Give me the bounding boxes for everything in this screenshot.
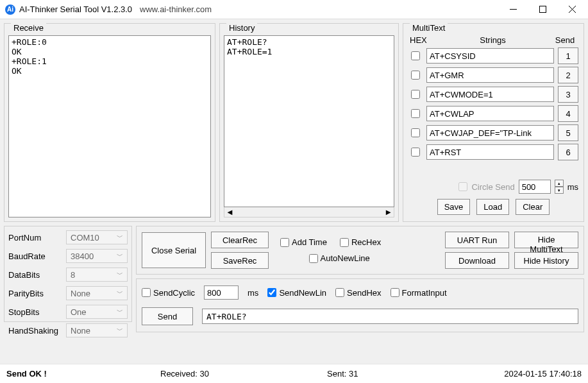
status-sent: Sent: 31 — [327, 369, 504, 379]
minimize-button[interactable] — [498, 0, 528, 19]
multitext-group: MultiText HEX Strings Send 123456 Circle… — [403, 23, 584, 222]
status-time: 2024-01-15 17:40:18 — [504, 369, 582, 379]
title-bar: Ai AI-Thinker Serial Tool V1.2.3.0 www.a… — [0, 0, 588, 19]
history-textarea[interactable]: AT+ROLE? AT+ROLE=1 — [224, 35, 394, 207]
multitext-row: 3 — [407, 85, 580, 104]
multitext-legend: MultiText — [410, 23, 448, 33]
multitext-string-input[interactable] — [426, 67, 554, 83]
svg-rect-0 — [539, 6, 546, 13]
close-serial-button[interactable]: Close Serial — [142, 232, 206, 268]
multitext-send-button[interactable]: 3 — [558, 86, 578, 103]
auto-newline-checkbox[interactable] — [309, 254, 318, 263]
multitext-string-input[interactable] — [426, 48, 554, 64]
uart-run-button[interactable]: UART Run — [445, 232, 509, 248]
circle-send-value[interactable] — [519, 180, 551, 194]
multitext-send-button[interactable]: 6 — [558, 144, 578, 160]
history-legend: History — [226, 23, 257, 33]
multitext-string-input[interactable] — [426, 87, 554, 102]
multitext-send-button[interactable]: 1 — [558, 47, 578, 64]
status-bar: Send OK ! Received: 30 Sent: 31 2024-01-… — [0, 364, 588, 383]
window-title: AI-Thinker Serial Tool V1.2.3.0 — [19, 4, 132, 14]
hide-history-button[interactable]: Hide History — [514, 252, 578, 269]
send-newline-checkbox[interactable] — [267, 288, 276, 297]
send-button[interactable]: Send — [142, 307, 193, 325]
multitext-row: 1 — [407, 46, 580, 65]
multitext-hex-checkbox[interactable] — [411, 71, 420, 80]
format-input-checkbox[interactable] — [391, 288, 399, 297]
multitext-hex-checkbox[interactable] — [411, 90, 420, 99]
circle-send-spinner[interactable]: ▲▼ — [555, 180, 564, 194]
multitext-hex-checkbox[interactable] — [411, 109, 420, 118]
multitext-send-button[interactable]: 2 — [558, 67, 578, 83]
send-cyclic-checkbox[interactable] — [142, 288, 151, 297]
add-time-checkbox[interactable] — [280, 238, 289, 247]
status-received: Received: 30 — [160, 369, 327, 379]
circle-send-checkbox[interactable] — [458, 182, 467, 191]
multitext-clear-button[interactable]: Clear — [516, 199, 550, 215]
baudrate-combo[interactable]: 38400﹀ — [66, 249, 128, 263]
circle-send-unit: ms — [567, 182, 578, 192]
status-ok: Send OK ! — [6, 369, 160, 379]
maximize-button[interactable] — [528, 0, 557, 19]
history-group: History AT+ROLE? AT+ROLE=1 ◄► — [219, 23, 399, 222]
portnum-combo[interactable]: COM10﹀ — [66, 230, 128, 244]
clear-rec-button[interactable]: ClearRec — [211, 232, 269, 248]
multitext-string-input[interactable] — [426, 144, 554, 160]
handshaking-combo[interactable]: None﹀ — [66, 323, 128, 337]
send-panel: SendCyclic ms SendNewLin SendHex FormatI… — [136, 278, 584, 332]
close-button[interactable] — [557, 0, 587, 19]
action-panel: Close Serial ClearRec SaveRec Add Time R… — [136, 226, 584, 275]
rec-hex-checkbox[interactable] — [340, 238, 349, 247]
save-rec-button[interactable]: SaveRec — [211, 252, 269, 269]
download-button[interactable]: Download — [445, 252, 509, 269]
receive-group: Receive +ROLE:0 OK +ROLE:1 OK — [4, 23, 215, 222]
multitext-send-button[interactable]: 4 — [558, 105, 578, 122]
multitext-row: 5 — [407, 123, 580, 142]
receive-legend: Receive — [11, 23, 46, 33]
multitext-row: 4 — [407, 104, 580, 123]
history-hscroll[interactable]: ◄► — [224, 207, 394, 217]
multitext-load-button[interactable]: Load — [476, 199, 509, 215]
multitext-hex-checkbox[interactable] — [411, 51, 420, 60]
hide-multitext-button[interactable]: Hide MultiText — [514, 232, 578, 248]
multitext-save-button[interactable]: Save — [437, 199, 471, 215]
multitext-send-button[interactable]: 5 — [558, 124, 578, 141]
multitext-row: 6 — [407, 142, 580, 162]
port-panel: PortNumCOM10﹀ BaudRate38400﹀ DataBits8﹀ … — [4, 226, 132, 322]
multitext-string-input[interactable] — [426, 106, 554, 121]
multitext-hex-checkbox[interactable] — [411, 148, 420, 157]
send-cyclic-value[interactable] — [204, 285, 239, 300]
multitext-string-input[interactable] — [426, 125, 554, 140]
multitext-row: 2 — [407, 65, 580, 85]
multitext-header: HEX Strings Send — [407, 35, 580, 46]
app-logo-icon: Ai — [5, 4, 15, 15]
receive-textarea[interactable]: +ROLE:0 OK +ROLE:1 OK — [8, 35, 211, 217]
databits-combo[interactable]: 8﹀ — [66, 268, 128, 282]
window-url: www.ai-thinker.com — [140, 4, 212, 14]
send-input[interactable] — [202, 309, 578, 324]
circle-send-label: Circle Send — [471, 182, 514, 192]
send-hex-checkbox[interactable] — [335, 288, 344, 297]
parity-combo[interactable]: None﹀ — [66, 286, 128, 300]
stopbits-combo[interactable]: One﹀ — [66, 305, 128, 319]
multitext-hex-checkbox[interactable] — [411, 128, 420, 137]
